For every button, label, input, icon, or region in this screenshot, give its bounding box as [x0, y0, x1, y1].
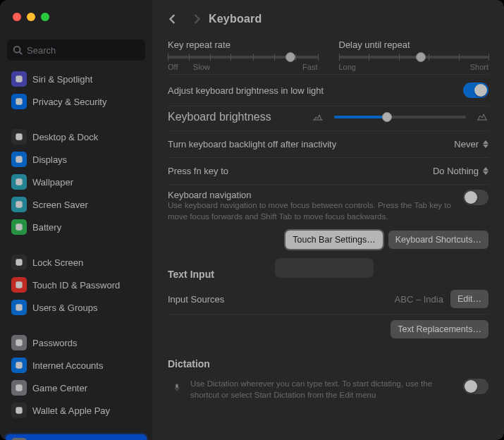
sidebar-item-label: Screen Saver	[32, 200, 88, 210]
sidebar-item-label: Desktop & Dock	[32, 132, 98, 142]
backlight-off-value: Never	[454, 139, 479, 149]
sidebar-item-lock-screen[interactable]: Lock Screen	[6, 251, 147, 274]
svg-rect-13	[16, 362, 22, 368]
keyboard-nav-toggle[interactable]	[463, 190, 488, 205]
sidebar-icon	[11, 380, 27, 396]
sidebar-item-users-groups[interactable]: Users & Groups	[6, 296, 147, 319]
sidebar-item-label: Internet Accounts	[32, 360, 103, 371]
sidebar-item-wallet-apple-pay[interactable]: Wallet & Apple Pay	[6, 399, 147, 422]
sidebar-item-keyboard[interactable]: Keyboard	[6, 434, 147, 440]
sidebar-item-internet-accounts[interactable]: Internet Accounts	[6, 354, 147, 377]
sidebar-item-wallpaper[interactable]: Wallpaper	[6, 171, 147, 193]
svg-rect-9	[16, 259, 22, 265]
sidebar-item-siri-spotlight[interactable]: Siri & Spotlight	[6, 68, 147, 90]
sidebar-icon	[11, 129, 27, 145]
brightness-slider[interactable]	[334, 116, 466, 118]
main-content: Keyboard Key repeat rate Off Slow Fast	[152, 0, 504, 440]
window-controls	[13, 13, 49, 21]
brightness-label: Keyboard brightness	[168, 111, 302, 123]
zoom-window[interactable]	[41, 13, 49, 21]
key-repeat-label: Key repeat rate	[168, 39, 231, 50]
svg-rect-14	[16, 384, 22, 391]
svg-rect-15	[16, 407, 22, 413]
sidebar-icon	[11, 255, 27, 270]
sidebar-item-label: Displays	[32, 154, 67, 165]
adjust-lowlight-label: Adjust keyboard brightness in low light	[168, 85, 324, 96]
sidebar-icon	[11, 403, 27, 418]
sidebar-item-privacy-security[interactable]: Privacy & Security	[6, 90, 147, 113]
fn-key-value: Do Nothing	[433, 166, 479, 176]
svg-rect-19	[176, 384, 178, 389]
sidebar-item-label: Siri & Spotlight	[32, 74, 92, 85]
delay-slider[interactable]	[339, 56, 489, 59]
sidebar-item-screen-saver[interactable]: Screen Saver	[6, 193, 147, 216]
search-placeholder: Search	[27, 45, 56, 56]
page-title: Keyboard	[209, 13, 262, 25]
input-sources-edit-button[interactable]: Edit…	[450, 290, 488, 308]
fn-key-label: Press fn key to	[168, 166, 228, 176]
delay-long-label: Long	[339, 63, 356, 71]
chevron-updown-icon	[483, 167, 488, 175]
svg-rect-10	[16, 281, 22, 288]
keyboard-shortcuts-button[interactable]: Keyboard Shortcuts…	[388, 231, 488, 249]
microphone-icon	[168, 379, 186, 397]
sidebar-icon	[11, 300, 27, 315]
text-input-card: Input Sources ABC – India Edit… Text Rep…	[168, 284, 488, 347]
sidebar-icon	[11, 277, 27, 293]
sidebar-icon	[11, 335, 27, 350]
sidebar-icon	[11, 174, 27, 190]
text-input-title: Text Input	[168, 257, 488, 284]
delay-short-label: Short	[470, 63, 488, 71]
backlight-off-select[interactable]: Never	[454, 139, 488, 149]
touch-bar-settings-button[interactable]: Touch Bar Settings…	[285, 231, 382, 249]
svg-rect-12	[16, 339, 22, 346]
sidebar-icon	[11, 152, 27, 167]
sidebar-item-label: Game Center	[32, 383, 87, 393]
minimize-window[interactable]	[27, 13, 35, 21]
svg-rect-4	[16, 133, 22, 140]
sidebar-item-touch-id-password[interactable]: Touch ID & Password	[6, 274, 147, 296]
brightness-high-icon	[476, 112, 488, 122]
sidebar-item-label: Users & Groups	[32, 302, 97, 313]
nav-back-icon[interactable]	[168, 14, 178, 24]
dictation-desc: Use Dictation wherever you can type text…	[190, 379, 463, 401]
key-repeat-slider[interactable]	[168, 56, 318, 59]
svg-rect-3	[16, 98, 22, 104]
sidebar-icon	[11, 358, 27, 373]
search-icon	[13, 45, 23, 55]
dictation-toggle[interactable]	[463, 379, 488, 394]
svg-rect-2	[16, 75, 22, 82]
brightness-low-icon	[312, 112, 324, 122]
sidebar-item-label: Lock Screen	[32, 257, 83, 268]
sidebar-item-battery[interactable]: Battery	[6, 216, 147, 238]
repeat-fast-label: Fast	[302, 63, 317, 71]
sidebar-item-passwords[interactable]: Passwords	[6, 331, 147, 354]
repeat-delay-sliders: Key repeat rate Off Slow Fast Delay unti…	[168, 35, 488, 74]
svg-point-0	[14, 47, 20, 53]
sidebar-icon	[11, 219, 27, 235]
fn-key-select[interactable]: Do Nothing	[433, 166, 488, 176]
svg-rect-6	[16, 178, 22, 185]
text-replacements-button[interactable]: Text Replacements…	[391, 320, 488, 338]
keyboard-nav-label: Keyboard navigation	[168, 190, 456, 200]
sidebar-item-label: Wallpaper	[32, 177, 73, 188]
sidebar-item-label: Touch ID & Password	[32, 280, 120, 291]
backlight-off-label: Turn keyboard backlight off after inacti…	[168, 139, 336, 149]
sidebar-icon	[11, 94, 27, 109]
svg-rect-5	[16, 156, 22, 162]
close-window[interactable]	[13, 13, 21, 21]
delay-label: Delay until repeat	[339, 39, 410, 50]
sidebar-icon	[11, 197, 27, 212]
svg-rect-11	[16, 304, 22, 310]
sidebar-item-label: Privacy & Security	[32, 97, 106, 107]
sidebar-item-label: Passwords	[32, 338, 78, 348]
sidebar-item-game-center[interactable]: Game Center	[6, 377, 147, 399]
adjust-lowlight-toggle[interactable]	[463, 82, 488, 98]
input-sources-value: ABC – India	[395, 294, 443, 305]
sidebar-item-desktop-dock[interactable]: Desktop & Dock	[6, 126, 147, 148]
sidebar-icon	[11, 71, 27, 87]
nav-forward-icon	[192, 14, 202, 24]
sidebar-item-displays[interactable]: Displays	[6, 148, 147, 171]
keyboard-nav-desc: Use keyboard navigation to move focus be…	[168, 200, 456, 222]
search-input[interactable]: Search	[7, 39, 145, 61]
